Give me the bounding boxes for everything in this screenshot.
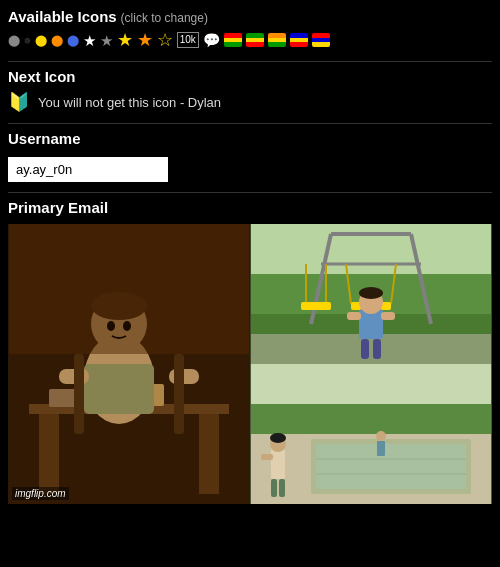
svg-rect-51	[279, 479, 285, 497]
icon-speech-bubble[interactable]: 💬	[203, 33, 220, 47]
icon-star-yellow[interactable]: ★	[117, 31, 133, 49]
images-grid: imgflip.com	[8, 224, 492, 504]
icon-flag-3[interactable]	[268, 33, 286, 47]
svg-rect-54	[377, 441, 385, 456]
icons-row: ⬤ ● ⬤ ⬤ ⬤ ★ ★ ★ ★ ☆ 10k 💬	[8, 31, 492, 49]
image-right-bottom	[250, 364, 492, 504]
icon-star-gray[interactable]: ★	[100, 33, 113, 48]
imgflip-label: imgflip.com	[12, 487, 69, 500]
svg-rect-37	[301, 302, 331, 310]
username-label: Username	[8, 130, 492, 147]
svg-rect-47	[271, 449, 285, 479]
username-section: Username	[8, 130, 492, 182]
icon-10k[interactable]: 10k	[177, 32, 199, 48]
image-left: imgflip.com	[8, 224, 250, 504]
username-input[interactable]	[8, 157, 168, 182]
svg-point-18	[123, 321, 131, 331]
svg-point-53	[376, 431, 386, 441]
divider-3	[8, 192, 492, 193]
icon-star-white[interactable]: ★	[83, 33, 96, 48]
next-icon-row: 🔰 You will not get this icon - Dylan	[8, 91, 492, 113]
icon-circle-orange[interactable]: ⬤	[51, 35, 63, 46]
icon-circle-yellow[interactable]: ⬤	[35, 35, 47, 46]
icon-circle-black[interactable]: ●	[24, 35, 31, 46]
icon-flag-1[interactable]	[224, 33, 242, 47]
divider-2	[8, 123, 492, 124]
available-icons-header: Available Icons (click to change)	[8, 8, 492, 25]
available-icons-title: Available Icons	[8, 8, 117, 25]
svg-rect-35	[347, 312, 361, 320]
icon-star-orange[interactable]: ★	[137, 31, 153, 49]
svg-point-32	[359, 287, 383, 299]
svg-rect-52	[261, 454, 273, 460]
svg-rect-36	[381, 312, 395, 320]
icon-flag-2[interactable]	[246, 33, 264, 47]
icon-flag-4[interactable]	[290, 33, 308, 47]
svg-rect-34	[373, 339, 381, 359]
icon-circle-gray[interactable]: ⬤	[8, 35, 20, 46]
svg-rect-33	[361, 339, 369, 359]
svg-rect-44	[316, 444, 466, 489]
icon-star-gold-outline[interactable]: ☆	[157, 31, 173, 49]
divider-1	[8, 61, 492, 62]
primary-email-label: Primary Email	[8, 199, 492, 216]
svg-point-49	[270, 433, 286, 443]
svg-rect-16	[9, 224, 249, 354]
next-icon-emoji: 🔰	[8, 91, 30, 113]
next-icon-description: You will not get this icon - Dylan	[38, 95, 221, 110]
icon-flag-5[interactable]	[312, 33, 330, 47]
svg-rect-50	[271, 479, 277, 497]
svg-rect-41	[251, 404, 491, 434]
page-container: Available Icons (click to change) ⬤ ● ⬤ …	[0, 0, 500, 504]
click-to-change-label: (click to change)	[121, 11, 208, 25]
next-icon-section: Next Icon 🔰 You will not get this icon -…	[8, 68, 492, 113]
icon-circle-blue[interactable]: ⬤	[67, 35, 79, 46]
svg-point-17	[107, 321, 115, 331]
image-right-top	[250, 224, 492, 364]
next-icon-title: Next Icon	[8, 68, 492, 85]
primary-email-section: Primary Email	[8, 199, 492, 216]
